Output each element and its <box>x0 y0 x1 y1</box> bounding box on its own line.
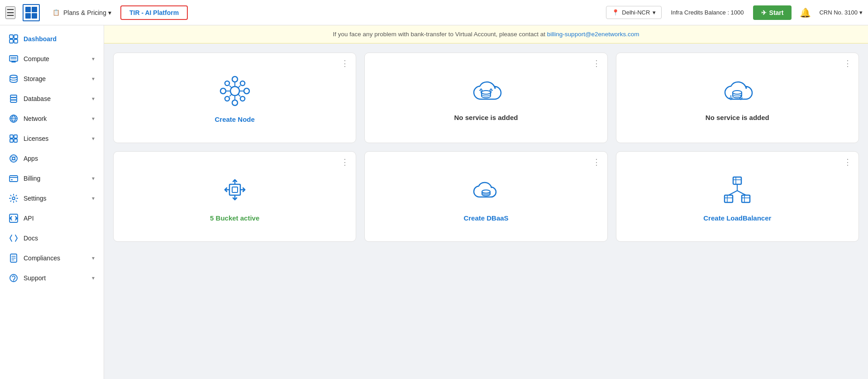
compliances-icon <box>9 254 19 263</box>
sidebar-item-compute[interactable]: Compute ▾ <box>0 49 104 69</box>
card-menu-icon[interactable]: ⋮ <box>341 157 349 167</box>
banner-email-link[interactable]: billing-support@e2enetworks.com <box>547 31 639 38</box>
location-chevron-icon: ▾ <box>653 9 656 16</box>
sidebar-item-storage[interactable]: Storage ▾ <box>0 69 104 89</box>
lb-icon <box>721 173 754 206</box>
sidebar-item-network[interactable]: Network ▾ <box>0 109 104 129</box>
svg-line-49 <box>729 191 737 195</box>
no-service-2-label: No service is added <box>706 114 769 121</box>
card-menu-icon[interactable]: ⋮ <box>844 157 852 167</box>
card-menu-icon[interactable]: ⋮ <box>592 58 601 68</box>
crn-chevron-icon: ▾ <box>859 9 863 16</box>
sidebar-licenses-label: Licenses <box>24 135 48 142</box>
plans-pricing-button[interactable]: 📋 Plans & Pricing ▾ <box>48 6 116 19</box>
sidebar-item-settings[interactable]: Settings ▾ <box>0 188 104 208</box>
tir-platform-button[interactable]: TIR - AI Platform <box>120 5 188 20</box>
card-menu-icon[interactable]: ⋮ <box>592 157 601 167</box>
sidebar-docs-label: Docs <box>24 235 38 242</box>
billing-chevron-icon: ▾ <box>92 175 95 182</box>
svg-line-37 <box>238 86 240 88</box>
sidebar-item-billing[interactable]: Billing ▾ <box>0 168 104 188</box>
location-label: Delhi-NCR <box>622 9 650 16</box>
svg-point-15 <box>10 155 17 162</box>
svg-point-40 <box>482 91 491 94</box>
sidebar-item-database[interactable]: Database ▾ <box>0 89 104 109</box>
start-button[interactable]: ✈ Start <box>753 5 792 20</box>
billing-icon <box>9 174 19 183</box>
sidebar-billing-label: Billing <box>24 175 40 182</box>
svg-rect-6 <box>10 95 17 97</box>
svg-rect-47 <box>742 195 750 202</box>
svg-point-25 <box>232 100 238 106</box>
storage-chevron-icon: ▾ <box>92 76 95 82</box>
main-content: If you face any problem with bank-transf… <box>104 25 868 379</box>
svg-rect-17 <box>11 179 13 180</box>
no-service-card-1[interactable]: ⋮ No service is added <box>364 53 607 143</box>
card-menu-icon[interactable]: ⋮ <box>341 58 349 68</box>
sidebar-item-dashboard[interactable]: Dashboard <box>0 29 104 49</box>
location-selector[interactable]: 📍 Delhi-NCR ▾ <box>606 6 662 19</box>
card-menu-icon[interactable]: ⋮ <box>844 58 852 68</box>
sidebar-network-label: Network <box>24 115 47 122</box>
svg-rect-13 <box>14 139 17 142</box>
sidebar-apps-label: Apps <box>24 155 38 162</box>
svg-point-33 <box>240 81 245 86</box>
database-chevron-icon: ▾ <box>92 96 95 102</box>
compute-icon <box>9 54 19 63</box>
svg-point-14 <box>12 157 15 160</box>
apps-icon <box>9 154 19 163</box>
dbaas-card[interactable]: ⋮ Create DBaaS <box>364 151 607 242</box>
sidebar-item-compliances[interactable]: Compliances ▾ <box>0 248 104 268</box>
sidebar-item-support[interactable]: Support ▾ <box>0 268 104 288</box>
svg-point-32 <box>225 81 229 86</box>
compliances-chevron-icon: ▾ <box>92 255 95 261</box>
node-icon <box>219 75 251 107</box>
sidebar-api-label: API <box>24 215 34 222</box>
plans-chevron-icon: ▾ <box>108 9 111 16</box>
dbaas-label: Create DBaaS <box>463 214 508 222</box>
sidebar-database-label: Database <box>24 95 51 102</box>
loadbalancer-card[interactable]: ⋮ <box>616 151 859 242</box>
svg-point-27 <box>244 88 249 94</box>
svg-point-34 <box>225 96 229 101</box>
sidebar-storage-label: Storage <box>24 75 46 82</box>
storage-icon <box>9 74 19 83</box>
licenses-chevron-icon: ▾ <box>92 135 95 142</box>
plans-icon: 📋 <box>52 9 60 16</box>
compute-chevron-icon: ▾ <box>92 56 95 62</box>
svg-line-38 <box>229 94 232 96</box>
location-icon: 📍 <box>612 9 619 16</box>
no-service-card-2[interactable]: ⋮ No service is added <box>616 53 859 143</box>
sidebar-item-licenses[interactable]: Licenses ▾ <box>0 129 104 149</box>
logo <box>23 4 40 21</box>
licenses-icon <box>9 134 19 143</box>
sidebar-item-api[interactable]: API <box>0 208 104 228</box>
crn-button[interactable]: CRN No. 3100 ▾ <box>819 9 863 16</box>
hamburger-menu[interactable]: ☰ <box>5 6 15 19</box>
plans-label: Plans & Pricing <box>63 9 106 16</box>
svg-rect-42 <box>229 184 240 195</box>
svg-point-5 <box>10 75 17 78</box>
notification-bell-icon[interactable]: 🔔 <box>800 7 811 18</box>
svg-line-39 <box>238 94 240 96</box>
cloud-db2-icon <box>721 76 754 106</box>
sidebar-item-docs[interactable]: Docs <box>0 228 104 248</box>
create-node-card[interactable]: ⋮ <box>113 53 356 143</box>
svg-rect-0 <box>10 35 13 38</box>
svg-line-36 <box>229 86 232 88</box>
dashboard-icon <box>9 34 19 43</box>
support-icon <box>9 273 19 283</box>
sidebar-item-apps[interactable]: Apps <box>0 149 104 168</box>
network-chevron-icon: ▾ <box>92 115 95 122</box>
svg-point-24 <box>232 77 238 82</box>
svg-rect-45 <box>733 177 741 184</box>
sidebar-settings-label: Settings <box>24 195 47 202</box>
support-chevron-icon: ▾ <box>92 275 95 281</box>
bucket-card[interactable]: ⋮ <box>113 151 356 242</box>
sidebar-compliances-label: Compliances <box>24 254 60 262</box>
info-banner: If you face any problem with bank-transf… <box>104 25 868 43</box>
settings-icon <box>9 194 19 203</box>
network-icon <box>9 114 19 123</box>
svg-rect-8 <box>10 100 17 102</box>
bucket-label: 5 Bucket active <box>210 214 259 222</box>
